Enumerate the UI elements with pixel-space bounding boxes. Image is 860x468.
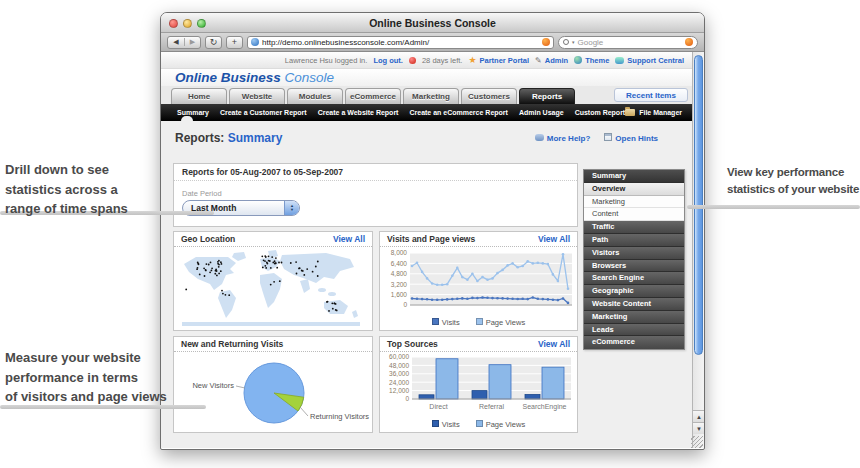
tab-home[interactable]: Home xyxy=(171,88,227,104)
legend-swatch xyxy=(476,420,483,427)
rss-icon[interactable] xyxy=(542,38,550,46)
page-title: Reports: Summary xyxy=(175,131,282,145)
hints-window-icon xyxy=(604,133,612,141)
svg-text:Referral: Referral xyxy=(479,403,504,410)
report-range-title: Reports for 05-Aug-2007 to 05-Sep-2007 xyxy=(174,164,577,181)
search-engine-caret-icon[interactable]: ▾ xyxy=(572,39,575,45)
close-button[interactable] xyxy=(169,19,178,28)
topbar-link-label: Support Central xyxy=(627,56,684,65)
sidebar-item-content[interactable]: Content xyxy=(584,208,684,221)
visits-pageviews-panel: Visits and Page views View All 01,6003,2… xyxy=(379,231,578,331)
url-field[interactable]: http://demo.onlinebusinessconsole.com/Ad… xyxy=(247,36,554,49)
svg-text:1,600: 1,600 xyxy=(391,291,408,298)
recent-items-button[interactable]: Recent Items xyxy=(614,88,688,102)
file-manager-button[interactable]: File Manager xyxy=(625,104,682,121)
subnav-custom-reports[interactable]: Custom Reports xyxy=(575,109,629,116)
search-rss-icon xyxy=(685,38,693,46)
search-icon xyxy=(563,39,569,45)
svg-text:36,000: 36,000 xyxy=(389,370,409,377)
svg-text:Returning Visitors: Returning Visitors xyxy=(310,412,369,421)
forward-button[interactable]: ▶ xyxy=(184,38,200,46)
days-left-icon xyxy=(409,57,416,64)
globe-icon xyxy=(574,56,582,64)
sidebar-item-ecommerce[interactable]: eCommerce xyxy=(584,336,684,349)
bar-chart-legend: VisitsPage Views xyxy=(380,420,577,429)
screenshot-canvas: Drill down to see statistics across a ra… xyxy=(0,0,860,468)
legend-page-views: Page Views xyxy=(476,318,525,327)
browser-scrollbar[interactable]: ▲ ▼ xyxy=(692,52,704,448)
zoom-button[interactable] xyxy=(197,19,206,28)
annotation-drilldown: Drill down to see statistics across a ra… xyxy=(5,160,175,219)
svg-text:Direct: Direct xyxy=(429,403,447,410)
annotation-key-stats: View key performance statistics of your … xyxy=(727,164,860,199)
annotation-measure: Measure your website performance in term… xyxy=(5,348,190,407)
tab-customers[interactable]: Customers xyxy=(461,88,517,104)
sidebar-item-geographic[interactable]: Geographic xyxy=(584,285,684,298)
geo-view-all-link[interactable]: View All xyxy=(333,234,365,244)
visits-panel-title: Visits and Page views xyxy=(387,234,475,244)
sidebar-item-traffic[interactable]: Traffic xyxy=(584,221,684,234)
topbar-link-theme[interactable]: Theme xyxy=(574,56,609,65)
sidebar-item-website-content[interactable]: Website Content xyxy=(584,298,684,311)
open-hints-link[interactable]: Open Hints xyxy=(604,133,658,143)
sidebar-item-marketing[interactable]: Marketing xyxy=(584,196,684,209)
new-returning-panel: New and Returning Visits New VisitorsRet… xyxy=(173,336,373,433)
tab-ecommerce[interactable]: eCommerce xyxy=(345,88,401,104)
legend-swatch xyxy=(432,420,439,427)
bar-chart: 012,00024,00036,00048,00060,000DirectRef… xyxy=(380,353,577,432)
svg-text:6,400: 6,400 xyxy=(391,260,408,267)
legend-visits: Visits xyxy=(432,420,460,429)
site-icon xyxy=(251,38,259,46)
sub-nav: SummaryCreate a Customer ReportCreate a … xyxy=(161,104,704,121)
sources-view-all-link[interactable]: View All xyxy=(538,339,570,349)
scroll-down-arrow[interactable]: ▼ xyxy=(693,422,704,434)
subnav-create-a-website-report[interactable]: Create a Website Report xyxy=(318,109,399,116)
file-manager-label: File Manager xyxy=(639,109,682,116)
topbar-link-support-central[interactable]: Support Central xyxy=(615,56,684,65)
logo-bold-text: Online Business xyxy=(175,70,281,85)
sidebar-item-visitors[interactable]: Visitors xyxy=(584,247,684,260)
geo-panel-title: Geo Location xyxy=(181,234,235,244)
sidebar-item-path[interactable]: Path xyxy=(584,234,684,247)
sidebar-item-browsers[interactable]: Browsers xyxy=(584,260,684,273)
reports-main: Reports: Summary More Help? Open Hints R… xyxy=(161,121,692,448)
url-text: http://demo.onlinebusinessconsole.com/Ad… xyxy=(262,38,539,47)
resize-grip[interactable] xyxy=(691,436,703,448)
tab-modules[interactable]: Modules xyxy=(287,88,343,104)
sidebar-item-overview[interactable]: Overview xyxy=(584,183,684,196)
topbar-link-admin[interactable]: ✎Admin xyxy=(535,56,568,65)
sidebar-item-marketing[interactable]: Marketing xyxy=(584,311,684,324)
back-button[interactable]: ◀ xyxy=(168,38,184,46)
topbar-link-partner-portal[interactable]: ★Partner Portal xyxy=(468,56,529,65)
sidebar-item-leads[interactable]: Leads xyxy=(584,324,684,337)
minimize-button[interactable] xyxy=(183,19,192,28)
subnav-admin-usage[interactable]: Admin Usage xyxy=(519,109,564,116)
add-bookmark-button[interactable]: + xyxy=(226,36,243,49)
report-range-panel: Reports for 05-Aug-2007 to 05-Sep-2007 D… xyxy=(173,163,578,227)
logged-in-text: Lawrence Hsu logged in. xyxy=(285,56,368,65)
tab-marketing[interactable]: Marketing xyxy=(403,88,459,104)
tab-reports[interactable]: Reports xyxy=(519,88,575,104)
subnav-summary[interactable]: Summary xyxy=(177,109,209,116)
titlebar[interactable]: Online Business Console xyxy=(161,13,704,33)
more-help-link[interactable]: More Help? xyxy=(535,134,591,143)
browser-window: Online Business Console ◀ ▶ ↻ + http://d… xyxy=(160,12,705,450)
reload-button[interactable]: ↻ xyxy=(205,36,222,49)
sidebar-item-summary[interactable]: Summary xyxy=(584,170,684,183)
subnav-create-a-customer-report[interactable]: Create a Customer Report xyxy=(220,109,307,116)
help-links: More Help? Open Hints xyxy=(535,133,658,143)
subnav-create-an-ecommerce-report[interactable]: Create an eCommerce Report xyxy=(409,109,507,116)
topbar-links: ★Partner Portal✎AdminThemeSupport Centra… xyxy=(468,56,684,65)
logout-link[interactable]: Log out. xyxy=(373,56,403,65)
line-chart-legend: VisitsPage Views xyxy=(380,318,577,327)
visits-view-all-link[interactable]: View All xyxy=(538,234,570,244)
tab-website[interactable]: Website xyxy=(229,88,285,104)
legend-page-views: Page Views xyxy=(476,420,525,429)
legend-visits: Visits xyxy=(432,318,460,327)
callout-line-right xyxy=(687,205,860,209)
scroll-up-arrow[interactable]: ▲ xyxy=(693,410,704,422)
search-field[interactable]: ▾ Google xyxy=(558,36,698,49)
sidebar-item-search-engine[interactable]: Search Engine xyxy=(584,272,684,285)
search-placeholder: Google xyxy=(578,38,682,47)
report-sidebar: SummaryOverviewMarketingContentTrafficPa… xyxy=(583,169,685,350)
